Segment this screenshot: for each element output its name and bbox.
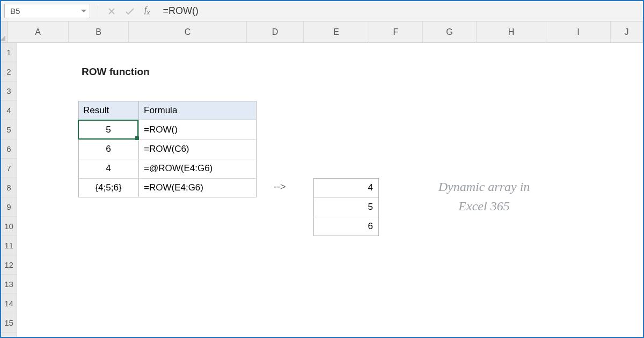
row-header-2[interactable]: 2 — [1, 62, 17, 82]
row-header-1[interactable]: 1 — [1, 43, 17, 62]
name-box[interactable]: B5 — [4, 4, 90, 18]
row-header-9[interactable]: 9 — [1, 197, 17, 217]
cell-c8[interactable]: =ROW(E4:G6) — [140, 178, 255, 197]
select-all-corner[interactable] — [1, 21, 8, 42]
col-header-e[interactable]: E — [304, 21, 369, 43]
cell-b8[interactable]: {4;5;6} — [79, 178, 138, 197]
col-header-b[interactable]: B — [69, 21, 129, 43]
row-header-15[interactable]: 15 — [1, 313, 17, 333]
formula-bar-controls: fx — [90, 1, 157, 21]
divider — [98, 5, 98, 17]
col-header-h[interactable]: H — [477, 21, 546, 43]
cell-c6[interactable]: =ROW(C6) — [140, 139, 255, 159]
col-header-a[interactable]: A — [8, 21, 69, 43]
table-header-result[interactable]: Result — [79, 101, 138, 120]
enter-icon[interactable] — [125, 8, 135, 15]
row-headers: 1 2 3 4 5 6 7 8 9 10 11 12 13 14 15 — [1, 43, 17, 337]
cell-e10[interactable]: 6 — [314, 217, 377, 236]
cell-e8[interactable]: 4 — [314, 178, 377, 197]
row-header-14[interactable]: 14 — [1, 294, 17, 313]
column-header-row: A B C D E F G H I J — [1, 21, 643, 43]
col-header-i[interactable]: I — [546, 21, 611, 43]
cancel-icon[interactable] — [108, 8, 115, 15]
row-header-13[interactable]: 13 — [1, 275, 17, 294]
col-header-c[interactable]: C — [129, 21, 247, 43]
arrow-text: --> — [274, 181, 286, 193]
fx-icon[interactable]: fx — [144, 5, 150, 17]
formula-input[interactable]: =ROW() — [157, 1, 643, 21]
row-header-6[interactable]: 6 — [1, 139, 17, 159]
row-header-10[interactable]: 10 — [1, 217, 17, 236]
cell-b6[interactable]: 6 — [79, 139, 138, 159]
col-header-g[interactable]: G — [423, 21, 477, 43]
cell-c7[interactable]: =@ROW(E4:G6) — [140, 159, 255, 178]
row-header-5[interactable]: 5 — [1, 120, 17, 139]
cell-e9[interactable]: 5 — [314, 197, 377, 217]
col-header-d[interactable]: D — [247, 21, 304, 43]
worksheet[interactable]: 1 2 3 4 5 6 7 8 9 10 11 12 13 14 15 ROW … — [1, 43, 643, 337]
grid-area[interactable]: ROW function Result Formula 5 =ROW() 6 =… — [17, 43, 643, 337]
row-header-12[interactable]: 12 — [1, 255, 17, 275]
table-col-divider — [138, 101, 139, 197]
row-header-8[interactable]: 8 — [1, 178, 17, 197]
row-header-7[interactable]: 7 — [1, 159, 17, 178]
cell-b5[interactable]: 5 — [79, 120, 138, 139]
name-box-value: B5 — [10, 6, 20, 16]
formula-input-value: =ROW() — [163, 5, 199, 17]
row-header-4[interactable]: 4 — [1, 101, 17, 120]
row-header-11[interactable]: 11 — [1, 236, 17, 255]
formula-bar: B5 fx =ROW() — [1, 1, 643, 21]
table-header-formula[interactable]: Formula — [140, 101, 255, 120]
col-header-j[interactable]: J — [611, 21, 643, 43]
cell-b7[interactable]: 4 — [79, 159, 138, 178]
col-header-f[interactable]: F — [369, 21, 423, 43]
cell-c5[interactable]: =ROW() — [140, 120, 255, 139]
cell-title[interactable]: ROW function — [78, 62, 153, 82]
row-header-3[interactable]: 3 — [1, 82, 17, 101]
name-box-dropdown-icon[interactable] — [81, 10, 86, 12]
annotation-text: Dynamic array in Excel 365 — [404, 177, 565, 216]
